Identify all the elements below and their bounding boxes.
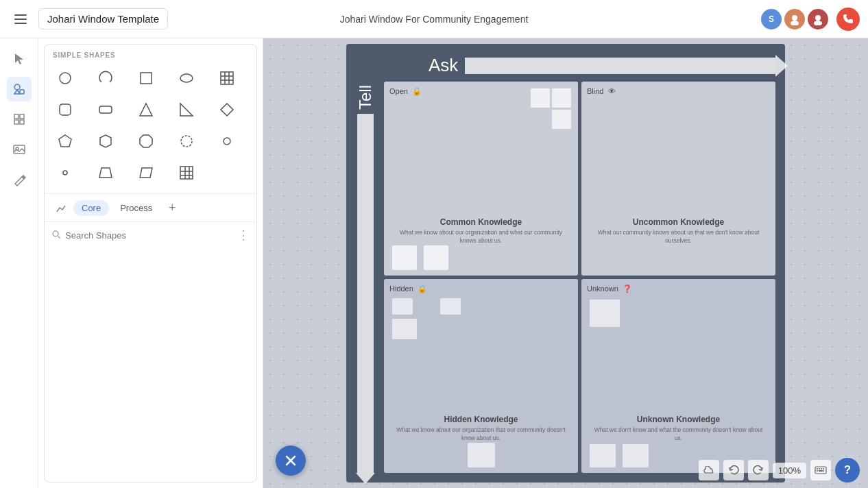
- cloud-button[interactable]: [699, 460, 719, 480]
- shape-right-triangle[interactable]: [171, 95, 202, 125]
- avatar-s[interactable]: S: [761, 9, 782, 29]
- svg-rect-25: [99, 106, 112, 113]
- cell-unknown: Unknown ❓ Unknown Knowledge What we don'…: [581, 279, 775, 473]
- menu-button[interactable]: [8, 7, 33, 32]
- shape-square[interactable]: [131, 63, 161, 93]
- johari-grid: Open 🔓 Common Knowledge What we know abo…: [384, 82, 775, 473]
- cell-blind-label: Blind 👁: [587, 87, 770, 95]
- svg-point-16: [60, 73, 71, 84]
- document-title[interactable]: Johari Window Template: [38, 8, 168, 29]
- shape-rounded-rect[interactable]: [91, 95, 121, 125]
- ask-label: Ask: [429, 55, 458, 76]
- shape-hexagon[interactable]: [91, 126, 121, 156]
- shape-circle-outline[interactable]: [171, 126, 202, 156]
- svg-marker-28: [221, 103, 233, 116]
- topbar: Johari Window Template Johari Window For…: [0, 0, 868, 38]
- tab-shapes-icon[interactable]: [51, 198, 71, 217]
- cell-hidden-label: Hidden 🔒: [389, 284, 572, 293]
- shape-circle-sm[interactable]: [212, 126, 242, 156]
- svg-rect-8: [20, 90, 24, 94]
- shape-rounded-square[interactable]: [50, 95, 80, 125]
- canvas-area[interactable]: Ask Tell Open 🔓: [263, 38, 868, 488]
- svg-rect-2: [14, 23, 27, 24]
- sidebar-cursor-tool[interactable]: [7, 47, 32, 71]
- cell-unknown-label: Unknown ❓: [587, 284, 770, 293]
- search-icon: [51, 230, 61, 241]
- shape-pentagon[interactable]: [50, 126, 80, 156]
- shapes-tabs: Core Process +: [45, 193, 256, 221]
- keyboard-button[interactable]: [810, 460, 831, 480]
- tab-process[interactable]: Process: [112, 200, 160, 216]
- svg-point-5: [815, 15, 821, 21]
- svg-point-42: [53, 231, 58, 236]
- avatar-c[interactable]: [808, 9, 828, 29]
- zoom-label: 100%: [773, 463, 806, 478]
- undo-button[interactable]: [723, 460, 744, 480]
- shapes-search: ⋮: [45, 221, 256, 248]
- cell-unknown-desc: What we don't know and what the communit…: [590, 426, 767, 443]
- svg-rect-12: [14, 120, 19, 124]
- svg-point-3: [792, 15, 797, 21]
- svg-rect-13: [20, 120, 24, 124]
- shape-arc[interactable]: [91, 63, 121, 93]
- shape-trapezoid[interactable]: [91, 158, 121, 188]
- shape-circle[interactable]: [50, 63, 80, 93]
- shapes-section-label: SIMPLE SHAPES: [45, 45, 256, 63]
- svg-rect-10: [14, 114, 19, 119]
- help-button[interactable]: ?: [835, 458, 860, 483]
- canvas-title: Johari Window For Community Engagement: [340, 14, 529, 25]
- svg-rect-0: [14, 14, 27, 16]
- svg-point-32: [181, 136, 192, 147]
- cell-open: Open 🔓 Common Knowledge What we know abo…: [384, 82, 578, 276]
- tell-label: Tell: [356, 85, 375, 110]
- svg-line-43: [58, 236, 61, 239]
- redo-button[interactable]: [748, 460, 769, 480]
- collaborators: S: [761, 8, 860, 31]
- svg-rect-24: [60, 104, 71, 115]
- svg-marker-31: [140, 135, 152, 147]
- svg-rect-11: [20, 114, 24, 119]
- ask-arrow: Ask: [429, 55, 775, 76]
- cell-hidden-title: Hidden Knowledge: [384, 415, 578, 424]
- cell-hidden-desc: What we know about our organization that…: [392, 426, 570, 443]
- shape-triangle[interactable]: [131, 95, 161, 125]
- tab-core[interactable]: Core: [73, 200, 109, 216]
- svg-rect-19: [221, 72, 233, 84]
- sidebar-frames-tool[interactable]: [7, 107, 32, 132]
- avatar-b[interactable]: [784, 9, 805, 29]
- sidebar-draw-tool[interactable]: [7, 167, 32, 192]
- svg-point-33: [224, 138, 230, 145]
- shape-ellipse[interactable]: [171, 63, 202, 93]
- svg-rect-37: [180, 167, 193, 179]
- shapes-panel-inner: SIMPLE SHAPES: [44, 44, 257, 483]
- tab-add-button[interactable]: +: [163, 199, 181, 217]
- search-shapes-input[interactable]: [65, 230, 233, 241]
- johari-window: Ask Tell Open 🔓: [346, 44, 785, 483]
- svg-point-4: [791, 21, 799, 25]
- shape-circle-xs[interactable]: [50, 158, 80, 188]
- shape-diamond[interactable]: [212, 95, 242, 125]
- svg-point-18: [180, 74, 193, 82]
- fab-button[interactable]: [276, 446, 306, 476]
- svg-rect-17: [141, 73, 152, 84]
- shapes-panel: SIMPLE SHAPES: [38, 38, 263, 488]
- call-button[interactable]: [836, 8, 860, 31]
- shape-grid[interactable]: [171, 158, 202, 188]
- shape-octagon[interactable]: [131, 126, 161, 156]
- cell-blind-desc: What our community knows about us that w…: [590, 229, 767, 245]
- svg-marker-27: [180, 103, 193, 116]
- shape-parallelogram[interactable]: [131, 158, 161, 188]
- shape-table[interactable]: [212, 63, 242, 93]
- svg-point-34: [63, 171, 67, 175]
- search-more-button[interactable]: ⋮: [237, 228, 250, 243]
- cell-hidden: Hidden 🔒 Hidden Knowledge What we: [384, 279, 578, 473]
- main-area: SIMPLE SHAPES: [0, 38, 868, 488]
- cell-blind-title: Uncommon Knowledge: [581, 217, 775, 227]
- sidebar-shapes-tool[interactable]: [7, 77, 32, 101]
- svg-marker-9: [14, 90, 20, 94]
- svg-point-6: [814, 21, 822, 25]
- sidebar-images-tool[interactable]: [7, 137, 32, 162]
- cell-blind: Blind 👁 Uncommon Knowledge What our comm…: [581, 82, 775, 276]
- svg-marker-36: [140, 168, 152, 178]
- cell-open-desc: What we know about our organization and …: [392, 229, 570, 245]
